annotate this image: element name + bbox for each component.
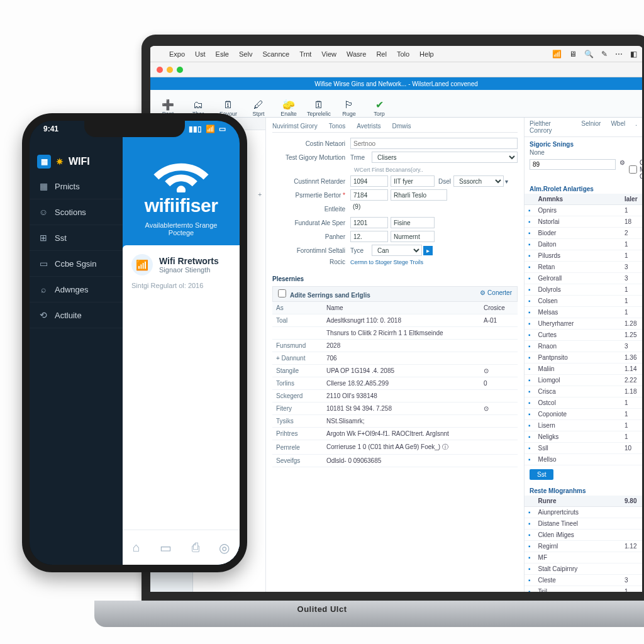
table-row[interactable]: ▪Coponiote1 (525, 409, 642, 420)
table-row[interactable]: ▪Uheryrharrer1.28 (525, 318, 642, 330)
table-row[interactable]: Sckegerd2110 OIl's 938148 (272, 390, 518, 402)
menu-item[interactable]: Wasre (341, 50, 371, 58)
table-row[interactable]: ▪Ostcol1 (525, 397, 642, 409)
network-name-input[interactable] (350, 138, 518, 149)
wifi-status-icon[interactable]: 📶 (552, 50, 562, 58)
tab[interactable]: Avetrists (357, 123, 380, 130)
signal-value-input[interactable] (530, 159, 616, 170)
table-row[interactable]: ▪Daiton1 (525, 239, 642, 250)
table-row[interactable]: PrihtresArgotn Wk F+OI9r4-f1. RAOCItrert… (272, 428, 518, 440)
table-row[interactable]: Thsnurs to Cliitk 2 Ricirrh 1 1 Eltkmsei… (272, 327, 518, 340)
table-row[interactable]: ▪Stalt Caipirnry (525, 564, 642, 575)
edit-status-icon[interactable]: ✎ (601, 50, 608, 58)
option-checkbox[interactable] (629, 165, 637, 174)
toolbar-button[interactable]: 🗓Teprelelic (305, 99, 333, 117)
menu-item[interactable]: Esle (211, 50, 234, 58)
type-select[interactable]: Can (372, 245, 422, 256)
sidebar-item-sections[interactable]: ☺Scotions (30, 199, 123, 225)
minimize-window-icon[interactable] (167, 67, 173, 73)
table-row[interactable]: ▪Curtes1.25 (525, 330, 642, 341)
tab[interactable]: Nuvirimst Girory (272, 123, 318, 130)
name-input[interactable] (391, 175, 435, 187)
more-status-icon[interactable]: ⋯ (615, 50, 623, 58)
table-row[interactable]: ▪Aiunprertciruts (525, 507, 642, 518)
table-row[interactable]: ▪Colsen1 (525, 296, 642, 307)
table-row[interactable]: StangileUPA OP 1G194 .4. 2085⊙ (272, 365, 518, 377)
table-row[interactable]: ▪Melsas1 (525, 307, 642, 318)
table-row[interactable]: TorlinsCllerse 18.92.A85.2990 (272, 377, 518, 390)
table-row[interactable]: PernreleCorrieruse 1 0 (C01 thirt AA Ge9… (272, 440, 518, 455)
menu-item[interactable]: Scannce (257, 50, 294, 58)
section-enable-checkbox[interactable] (278, 289, 286, 297)
set-button[interactable]: Sst (530, 469, 553, 480)
panel-status-icon[interactable]: ◧ (630, 50, 637, 58)
table-row[interactable]: ▪Regirnl1.12 (525, 541, 642, 552)
maximize-window-icon[interactable] (177, 67, 183, 73)
tab-settings-icon[interactable]: ◎ (219, 540, 230, 555)
table-row[interactable]: Fitery10181 St 94 394. 7.258⊙ (272, 402, 518, 415)
sidebar-item-products[interactable]: ▦Prnicts (30, 174, 123, 199)
right-tab[interactable]: Pielther Conrory (525, 118, 576, 136)
table-row[interactable]: ▪Liomgol2.22 (525, 375, 642, 386)
search-select[interactable]: Sssorch (453, 175, 504, 187)
form-link[interactable]: Cermn to Stoger Stege Troils (350, 259, 423, 265)
table-row[interactable]: ▪Tsil1 (525, 586, 642, 597)
toolbar-button[interactable]: 🏳Ruge (335, 99, 363, 117)
tab-files-icon[interactable]: ▭ (160, 540, 172, 555)
search-status-icon[interactable]: 🔍 (584, 50, 594, 58)
right-tab[interactable]: Wbel (606, 118, 630, 136)
gear-small-icon[interactable]: ⚙ (619, 159, 625, 180)
param-name-input[interactable] (391, 189, 447, 201)
table-row[interactable]: ▪Mellso (525, 454, 642, 465)
close-window-icon[interactable] (157, 67, 163, 73)
table-row[interactable]: ▪Pantpnsito1.36 (525, 352, 642, 364)
sidebar-item-cable[interactable]: ▭Ccbe Sgsin (30, 251, 123, 277)
table-row[interactable]: ▪Gelrorall3 (525, 273, 642, 284)
fund-name-input[interactable] (391, 217, 435, 228)
table-row[interactable]: ▪Rnaon3 (525, 341, 642, 352)
table-row[interactable]: ▪Distane Tineel (525, 518, 642, 530)
sidebar-item-set[interactable]: ⊞Sst (30, 225, 123, 251)
port-name-input[interactable] (391, 231, 435, 242)
table-row[interactable]: ▪Lisern1 (525, 420, 642, 431)
table-row[interactable]: ▪Retan3 (525, 262, 642, 273)
table-row[interactable]: ▪Cleste3 (525, 575, 642, 586)
toolbar-button[interactable]: ✔Torp (365, 99, 393, 117)
tab-home-icon[interactable]: ⌂ (133, 540, 140, 555)
right-tab[interactable]: . (630, 118, 642, 136)
menu-item[interactable]: Trnt (294, 50, 316, 58)
param-input[interactable] (350, 189, 388, 201)
type-go-button[interactable]: ▸ (423, 246, 433, 255)
tab[interactable]: Tonos (329, 123, 346, 130)
table-row[interactable]: ▪Crisca1.18 (525, 386, 642, 397)
menu-item[interactable]: Expo (164, 50, 190, 58)
table-row[interactable]: + Dannunt706 (272, 352, 518, 365)
table-row[interactable]: ▪Nstorlai18 (525, 216, 642, 228)
category-select[interactable]: Clisers (372, 152, 518, 163)
menu-item[interactable]: Selv (234, 50, 257, 58)
sidebar-item-advanced[interactable]: ⌕Adwnges (30, 277, 123, 303)
table-row[interactable]: ▪Maliin1.14 (525, 364, 642, 375)
menu-item[interactable]: Help (414, 50, 439, 58)
toolbar-button[interactable]: 🖊Stprt (245, 99, 272, 117)
tab-share-icon[interactable]: ⎙ (192, 540, 199, 555)
table-row[interactable]: ▪Neligks1 (525, 431, 642, 443)
menu-item[interactable]: View (316, 50, 341, 58)
table-row[interactable]: ▪Opnirs1 (525, 205, 642, 216)
menu-item[interactable]: Rel (371, 50, 392, 58)
display-status-icon[interactable]: 🖥 (569, 50, 577, 58)
right-tab[interactable]: Selnior (576, 118, 606, 136)
table-row[interactable]: ▪Dolyrols1 (525, 284, 642, 296)
table-row[interactable]: Funsmund2028 (272, 340, 518, 352)
fund-input[interactable] (350, 217, 388, 228)
tab[interactable]: Dmwis (392, 123, 411, 130)
sidebar-item-activate[interactable]: ⟲Actluite (30, 303, 123, 328)
table-row[interactable]: ▪Cklen iMiges (525, 530, 642, 541)
menu-item[interactable]: Ust (190, 50, 211, 58)
gear-icon[interactable]: ⚙ (480, 289, 486, 296)
dropdown-icon[interactable]: ▾ (505, 178, 508, 185)
table-row[interactable]: ▪MF (525, 552, 642, 564)
table-row[interactable]: ToalAdesltksnugrt 110: 0. 2018 A-01 (272, 314, 518, 327)
table-row[interactable]: ▪Pilusrds1 (525, 250, 642, 262)
id-input[interactable] (350, 175, 388, 187)
